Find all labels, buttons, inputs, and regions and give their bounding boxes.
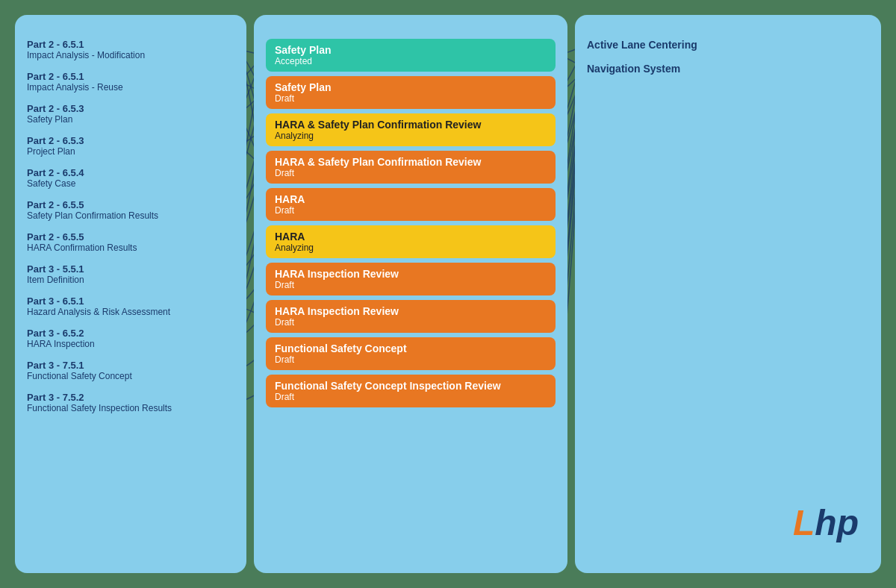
work-product-item: Part 3 - 6.5.2 HARA Inspection	[27, 328, 234, 349]
team-scope-item: Active Lane Centering	[587, 39, 869, 51]
wp-name: Functional Safety Concept	[27, 371, 234, 381]
wp-name: Safety Plan Confirmation Results	[27, 210, 234, 221]
wp-number: Part 3 - 6.5.1	[27, 295, 234, 307]
work-product-item: Part 2 - 6.5.5 HARA Confirmation Results	[27, 231, 234, 253]
work-item-card[interactable]: HARA & Safety Plan Confirmation Review D…	[266, 151, 556, 184]
wp-number: Part 2 - 6.5.3	[27, 135, 234, 146]
wi-title: HARA & Safety Plan Confirmation Review	[275, 156, 547, 168]
wp-number: Part 2 - 6.5.1	[27, 71, 234, 82]
work-item-card[interactable]: Functional Safety Concept Inspection Rev…	[266, 375, 556, 407]
wi-status: Draft	[275, 280, 547, 290]
work-item-card[interactable]: Safety Plan Accepted	[266, 39, 556, 72]
wi-title: Functional Safety Concept Inspection Rev…	[275, 380, 547, 392]
wi-status: Draft	[275, 392, 547, 402]
wp-number: Part 2 - 6.5.5	[27, 199, 234, 210]
work-item-card[interactable]: Functional Safety Concept Draft	[266, 337, 556, 370]
wp-number: Part 3 - 5.5.1	[27, 263, 234, 275]
wi-status: Analyzing	[275, 243, 547, 253]
wi-title: Safety Plan	[275, 81, 547, 93]
wp-number: Part 2 - 6.5.5	[27, 231, 234, 243]
wi-title: HARA Inspection Review	[275, 268, 547, 280]
wi-status: Draft	[275, 354, 547, 365]
wi-status: Draft	[275, 93, 547, 104]
wp-number: Part 3 - 7.5.2	[27, 392, 234, 403]
wp-name: Impact Analysis - Reuse	[27, 82, 234, 93]
work-product-item: Part 2 - 6.5.1 Impact Analysis - Reuse	[27, 71, 234, 93]
wp-name: HARA Inspection	[27, 339, 234, 349]
wi-status: Accepted	[275, 56, 547, 66]
work-item-card[interactable]: HARA Inspection Review Draft	[266, 263, 556, 295]
work-product-item: Part 2 - 6.5.3 Safety Plan	[27, 103, 234, 125]
work-products-panel: Part 2 - 6.5.1 Impact Analysis - Modific…	[15, 15, 246, 573]
work-product-item: Part 3 - 5.5.1 Item Definition	[27, 263, 234, 285]
work-product-item: Part 2 - 6.5.4 Safety Case	[27, 167, 234, 189]
wp-name: HARA Confirmation Results	[27, 243, 234, 253]
work-product-item: Part 3 - 7.5.1 Functional Safety Concept	[27, 360, 234, 381]
lhp-logo: Lhp	[793, 502, 859, 543]
wi-status: Draft	[275, 205, 547, 216]
team-scope-item: Navigation System	[587, 63, 869, 75]
main-container: Part 2 - 6.5.1 Impact Analysis - Modific…	[0, 0, 896, 588]
wp-name: Project Plan	[27, 146, 234, 157]
wp-name: Hazard Analysis & Risk Assessment	[27, 307, 234, 317]
wp-number: Part 2 - 6.5.4	[27, 167, 234, 178]
wi-title: HARA	[275, 193, 547, 205]
work-item-card[interactable]: HARA Draft	[266, 188, 556, 221]
work-item-card[interactable]: Safety Plan Draft	[266, 76, 556, 109]
wp-number: Part 2 - 6.5.1	[27, 39, 234, 50]
work-product-item: Part 3 - 7.5.2 Functional Safety Inspect…	[27, 392, 234, 413]
wi-title: Functional Safety Concept	[275, 343, 547, 354]
wp-name: Functional Safety Inspection Results	[27, 403, 234, 413]
work-item-card[interactable]: HARA Inspection Review Draft	[266, 300, 556, 333]
wi-title: Safety Plan	[275, 44, 547, 56]
work-item-card[interactable]: HARA Analyzing	[266, 225, 556, 258]
wi-title: HARA Inspection Review	[275, 305, 547, 317]
wi-status: Draft	[275, 168, 547, 178]
wp-number: Part 3 - 6.5.2	[27, 328, 234, 339]
wp-number: Part 2 - 6.5.3	[27, 103, 234, 114]
wi-title: HARA & Safety Plan Confirmation Review	[275, 119, 547, 131]
work-item-card[interactable]: HARA & Safety Plan Confirmation Review A…	[266, 113, 556, 146]
wp-name: Impact Analysis - Modification	[27, 50, 234, 60]
wi-status: Draft	[275, 317, 547, 328]
work-product-item: Part 2 - 6.5.5 Safety Plan Confirmation …	[27, 199, 234, 221]
wp-name: Safety Plan	[27, 114, 234, 125]
team-scope-panel: Active Lane CenteringNavigation System L…	[575, 15, 881, 573]
wp-name: Safety Case	[27, 178, 234, 189]
work-product-item: Part 3 - 6.5.1 Hazard Analysis & Risk As…	[27, 295, 234, 317]
wi-status: Analyzing	[275, 131, 547, 141]
wp-number: Part 3 - 7.5.1	[27, 360, 234, 371]
work-product-item: Part 2 - 6.5.1 Impact Analysis - Modific…	[27, 39, 234, 60]
work-product-item: Part 2 - 6.5.3 Project Plan	[27, 135, 234, 157]
work-items-panel: Safety Plan AcceptedSafety Plan DraftHAR…	[254, 15, 567, 573]
wp-name: Item Definition	[27, 275, 234, 285]
wi-title: HARA	[275, 231, 547, 243]
